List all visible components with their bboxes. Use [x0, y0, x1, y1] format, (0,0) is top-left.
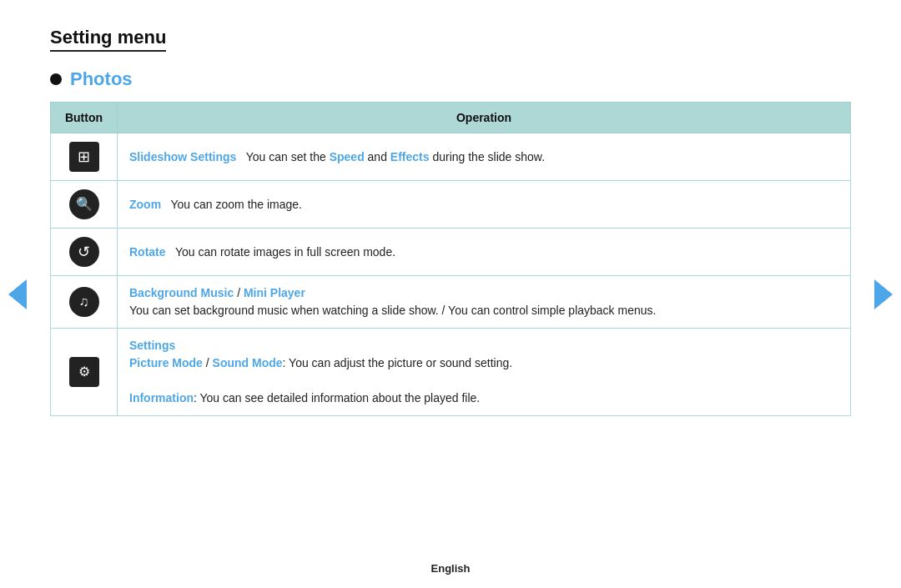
- sound-mode-link: Sound Mode: [213, 356, 283, 369]
- operation-cell-music: Background Music / Mini Player You can s…: [118, 276, 851, 329]
- rotate-label: Rotate: [129, 245, 166, 259]
- section-title: Photos: [70, 68, 133, 90]
- button-cell-slideshow: ⊞: [51, 133, 118, 181]
- picture-mode-link: Picture Mode: [129, 356, 203, 369]
- effects-link: Effects: [390, 150, 430, 163]
- section-header: Photos: [50, 68, 851, 90]
- table-row: ♫ Background Music / Mini Player You can…: [51, 276, 851, 329]
- zoom-label: Zoom: [129, 198, 161, 211]
- operation-cell-settings: Settings Picture Mode / Sound Mode: You …: [118, 329, 851, 416]
- button-cell-settings: ⚙: [51, 329, 118, 416]
- rotate-icon: ↺: [69, 237, 99, 267]
- bgmusic-sep: /: [234, 286, 244, 299]
- table-row: ↺ Rotate You can rotate images in full s…: [51, 229, 851, 276]
- section-bullet: [50, 73, 62, 85]
- rotate-op-text: You can rotate images in full screen mod…: [169, 245, 395, 259]
- settings-op-text2: Information: You can see detailed inform…: [129, 391, 480, 405]
- operation-cell-zoom: Zoom You can zoom the image.: [118, 181, 851, 229]
- music-op-text: You can set background music when watchi…: [129, 304, 656, 317]
- nav-arrow-right[interactable]: [874, 279, 893, 309]
- bgmusic-label: Background Music: [129, 286, 234, 299]
- table-row: ⊞ Slideshow Settings You can set the Spe…: [51, 133, 851, 181]
- footer-language: English: [0, 562, 901, 575]
- col-header-operation: Operation: [118, 103, 851, 133]
- table-row: 🔍 Zoom You can zoom the image.: [51, 181, 851, 229]
- nav-arrow-left[interactable]: [8, 279, 27, 309]
- table-row: ⚙ Settings Picture Mode / Sound Mode: Yo…: [51, 329, 851, 416]
- settings-table: Button Operation ⊞ Slideshow Settings Yo…: [50, 102, 851, 416]
- slideshow-icon: ⊞: [69, 142, 99, 172]
- zoom-icon: 🔍: [69, 189, 99, 219]
- information-link: Information: [129, 391, 194, 405]
- operation-cell-slideshow: Slideshow Settings You can set the Speed…: [118, 133, 851, 181]
- speed-link: Speed: [330, 150, 365, 163]
- miniplayer-label: Mini Player: [244, 286, 305, 299]
- page-title: Setting menu: [50, 27, 166, 52]
- zoom-op-text: You can zoom the image.: [164, 198, 302, 211]
- operation-cell-rotate: Rotate You can rotate images in full scr…: [118, 229, 851, 276]
- settings-icon: ⚙: [69, 357, 99, 387]
- page-content: Setting menu Photos Button Operation ⊞ S…: [0, 0, 901, 433]
- col-header-button: Button: [51, 103, 118, 133]
- slideshow-op-text: You can set the Speed and Effects during…: [239, 150, 545, 163]
- button-cell-zoom: 🔍: [51, 181, 118, 229]
- slideshow-settings-label: Slideshow Settings: [129, 150, 236, 163]
- settings-op-text1: Picture Mode / Sound Mode: You can adjus…: [129, 356, 512, 369]
- music-icon: ♫: [69, 287, 99, 317]
- button-cell-rotate: ↺: [51, 229, 118, 276]
- settings-label: Settings: [129, 339, 175, 352]
- button-cell-music: ♫: [51, 276, 118, 329]
- table-header-row: Button Operation: [51, 103, 851, 133]
